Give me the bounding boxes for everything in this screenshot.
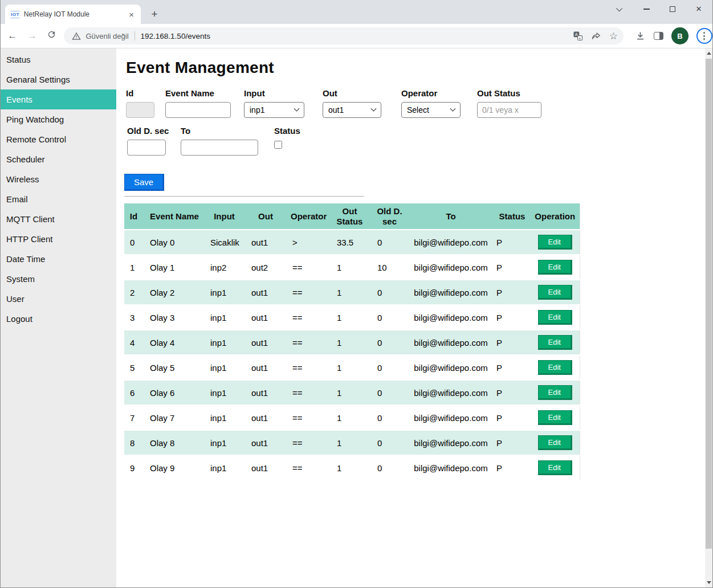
browser-tab[interactable]: IOT NetRelay IOT Module × bbox=[5, 5, 141, 24]
sidebar-item-http-client[interactable]: HTTP Client bbox=[1, 229, 116, 249]
toolbar-right: B bbox=[631, 27, 712, 44]
table-cell: Sicaklik bbox=[206, 230, 243, 255]
edit-button[interactable]: Edit bbox=[538, 285, 572, 300]
bookmark-star-icon[interactable]: ☆ bbox=[609, 30, 618, 42]
table-cell: 6 bbox=[124, 380, 143, 405]
event-name-input[interactable] bbox=[165, 102, 231, 118]
sidebar-item-system[interactable]: System bbox=[1, 269, 116, 289]
sidebar-item-date-time[interactable]: Date Time bbox=[1, 249, 116, 269]
reload-icon bbox=[47, 30, 56, 39]
field-to: To bbox=[181, 126, 258, 156]
table-cell: == bbox=[288, 330, 328, 355]
tab-strip: IOT NetRelay IOT Module × + × bbox=[1, 0, 712, 24]
sidebar-item-logout[interactable]: Logout bbox=[1, 309, 116, 329]
new-tab-button[interactable]: + bbox=[148, 8, 161, 21]
close-window-button[interactable]: × bbox=[694, 5, 703, 14]
share-icon[interactable] bbox=[591, 31, 601, 41]
save-button[interactable]: Save bbox=[124, 174, 164, 191]
column-header: Operator bbox=[288, 203, 328, 230]
status-checkbox[interactable] bbox=[274, 141, 282, 149]
table-cell-operation: Edit bbox=[531, 455, 580, 480]
scroll-down-arrow-icon[interactable] bbox=[707, 581, 711, 584]
table-cell: out1 bbox=[243, 380, 288, 405]
to-input[interactable] bbox=[181, 140, 258, 156]
edit-button[interactable]: Edit bbox=[538, 310, 572, 325]
download-icon[interactable] bbox=[635, 31, 646, 42]
table-row: 3Olay 3inp1out1==10bilgi@wifidepo.comPEd… bbox=[124, 305, 580, 330]
table-cell: 8 bbox=[124, 430, 143, 455]
reload-button[interactable] bbox=[44, 30, 59, 42]
sidebar-item-events[interactable]: Events bbox=[1, 89, 116, 109]
window-controls: × bbox=[616, 3, 703, 15]
profile-avatar[interactable]: B bbox=[671, 27, 688, 44]
sidebar-item-remote-control[interactable]: Remote Control bbox=[1, 129, 116, 149]
input-select[interactable]: inp1 bbox=[244, 102, 304, 118]
table-cell: 0 bbox=[371, 305, 408, 330]
browser-menu-icon[interactable] bbox=[696, 28, 712, 44]
back-button[interactable]: ← bbox=[5, 30, 20, 42]
out-select-value: out1 bbox=[328, 105, 344, 115]
edit-button[interactable]: Edit bbox=[538, 385, 572, 400]
edit-button[interactable]: Edit bbox=[538, 260, 572, 275]
table-cell: == bbox=[288, 255, 328, 280]
table-cell: bilgi@wifidepo.com bbox=[408, 355, 494, 380]
operator-select[interactable]: Select bbox=[401, 102, 461, 118]
sidebar-item-mqtt-client[interactable]: MQTT Client bbox=[1, 209, 116, 229]
edit-button[interactable]: Edit bbox=[538, 360, 572, 375]
table-row: 5Olay 5inp1out1==10bilgi@wifidepo.comPEd… bbox=[124, 355, 580, 380]
sidebar-item-ping-watchdog[interactable]: Ping Watchdog bbox=[1, 109, 116, 129]
edit-button[interactable]: Edit bbox=[538, 410, 572, 425]
table-row: 9Olay 9inp1out1==10bilgi@wifidepo.comPEd… bbox=[124, 455, 580, 480]
table-cell: bilgi@wifidepo.com bbox=[408, 230, 494, 255]
table-cell: inp1 bbox=[206, 355, 243, 380]
minimize-button[interactable] bbox=[642, 5, 651, 14]
table-cell: == bbox=[288, 405, 328, 430]
out-select[interactable]: out1 bbox=[323, 102, 381, 118]
table-cell: Olay 2 bbox=[143, 280, 206, 305]
address-bar[interactable]: Güvenli değil 192.168.1.50/events Aa ☆ bbox=[64, 27, 624, 44]
table-cell: 33.5 bbox=[328, 230, 371, 255]
field-operator: Operator Select bbox=[401, 88, 461, 118]
edit-button[interactable]: Edit bbox=[538, 435, 572, 450]
forward-button[interactable]: → bbox=[24, 30, 39, 42]
edit-button[interactable]: Edit bbox=[538, 235, 572, 250]
security-label[interactable]: Güvenli değil bbox=[85, 32, 128, 40]
sidebar: StatusGenaral SettingsEventsPing Watchdo… bbox=[1, 48, 116, 587]
scroll-up-arrow-icon[interactable] bbox=[707, 52, 711, 55]
table-row: 0Olay 0Sicaklikout1>33.50bilgi@wifidepo.… bbox=[124, 230, 580, 255]
table-cell: inp2 bbox=[206, 255, 243, 280]
sidebar-item-email[interactable]: Email bbox=[1, 189, 116, 209]
sidebar-item-wireless[interactable]: Wireless bbox=[1, 169, 116, 189]
table-row: 1Olay 1inp2out2==110bilgi@wifidepo.comPE… bbox=[124, 255, 580, 280]
tab-search-icon[interactable] bbox=[616, 5, 625, 14]
table-cell: out1 bbox=[243, 455, 288, 480]
table-cell: Olay 8 bbox=[143, 430, 206, 455]
not-secure-warning-icon[interactable] bbox=[72, 32, 81, 40]
table-cell: 0 bbox=[371, 280, 408, 305]
sidebar-item-genaral-settings[interactable]: Genaral Settings bbox=[1, 70, 116, 89]
svg-text:A: A bbox=[575, 32, 577, 37]
table-cell: bilgi@wifidepo.com bbox=[408, 455, 494, 480]
scrollbar-thumb[interactable] bbox=[706, 59, 712, 549]
out-status-input[interactable] bbox=[477, 102, 541, 118]
maximize-button[interactable] bbox=[668, 5, 677, 14]
sidebar-item-scheduler[interactable]: Scheduler bbox=[1, 149, 116, 169]
table-cell: Olay 7 bbox=[143, 405, 206, 430]
field-id: Id bbox=[126, 88, 154, 118]
vertical-scrollbar[interactable] bbox=[705, 48, 712, 587]
url-text[interactable]: 192.168.1.50/events bbox=[141, 32, 565, 40]
table-row: 6Olay 6inp1out1==10bilgi@wifidepo.comPEd… bbox=[124, 380, 580, 405]
old-d-sec-input[interactable] bbox=[127, 140, 166, 156]
tab-close-icon[interactable]: × bbox=[127, 10, 136, 19]
edit-button[interactable]: Edit bbox=[538, 335, 572, 350]
edit-button[interactable]: Edit bbox=[538, 460, 572, 475]
translate-icon[interactable]: Aa bbox=[573, 31, 583, 41]
table-cell: 1 bbox=[124, 255, 143, 280]
table-cell: Olay 5 bbox=[143, 355, 206, 380]
sidebar-item-status[interactable]: Status bbox=[1, 50, 116, 70]
sidebar-item-user[interactable]: User bbox=[1, 289, 116, 309]
table-cell: bilgi@wifidepo.com bbox=[408, 255, 494, 280]
table-cell: 0 bbox=[371, 430, 408, 455]
side-panel-icon[interactable] bbox=[654, 32, 663, 40]
column-header: Out Status bbox=[328, 203, 371, 230]
